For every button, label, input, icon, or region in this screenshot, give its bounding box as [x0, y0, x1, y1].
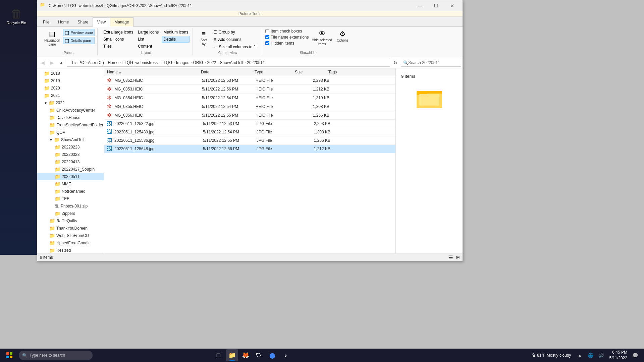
col-header-size[interactable]: Size [295, 70, 328, 74]
forward-button[interactable]: ▶ [48, 59, 56, 67]
network-icon[interactable]: 🌐 [586, 351, 595, 360]
preview-pane-button[interactable]: ◫ Preview pane [63, 29, 95, 36]
nav-item-mme[interactable]: 📁 MME [37, 180, 104, 188]
breadcrumb-llqg-webmistress[interactable]: LLQG_webmistress [122, 60, 158, 65]
nav-item-website-from-cd[interactable]: 📁 Web_SiteFromCD [37, 232, 104, 239]
nav-item-not-renamed[interactable]: 📁 NotRenamed [37, 188, 104, 195]
nav-item-davids-house[interactable]: 📁 DavidsHouse [37, 114, 104, 121]
file-row-img0353[interactable]: ✼ IMG_0353.HEIC 5/11/2022 12:56 PM HEIC … [104, 85, 395, 94]
tab-home[interactable]: Home [54, 17, 73, 26]
breadcrumb-llqg[interactable]: LLQG [161, 60, 173, 65]
file-explorer-taskbar-button[interactable]: 📁 [226, 349, 238, 361]
file-row-jpg125536[interactable]: 🖼 20220511_125536.jpg 5/11/2022 12:55 PM… [104, 136, 395, 145]
start-button[interactable] [1, 349, 17, 362]
tab-file[interactable]: File [39, 17, 54, 26]
nav-item-from-shelley[interactable]: 📁 FromShelleySharedFolder [37, 121, 104, 129]
medium-icons-button[interactable]: Medium icons [162, 29, 190, 36]
nav-item-20220413[interactable]: 📁 20220413 [37, 158, 104, 166]
nav-item-photos-zip[interactable]: 🗜 Photos-001.zip [37, 202, 104, 210]
search-input[interactable] [408, 60, 459, 65]
nav-item-20220427[interactable]: 📁 20220427_SoupIn [37, 166, 104, 173]
details-button[interactable]: Details [162, 36, 190, 43]
details-view-icon[interactable]: ☰ [449, 255, 453, 260]
col-header-date[interactable]: Date [201, 70, 255, 74]
volume-icon[interactable]: 🔊 [597, 351, 606, 360]
notification-center[interactable]: 💬 [631, 351, 640, 360]
search-box[interactable]: 🔍 [401, 59, 461, 67]
nav-item-2021[interactable]: 📁 2021 [37, 92, 104, 99]
size-all-columns-button[interactable]: ↔ Size all columns to fit [212, 44, 258, 50]
list-button[interactable]: List [136, 36, 160, 43]
tab-share[interactable]: Share [73, 17, 93, 26]
nav-item-tee[interactable]: 📁 TEE [37, 195, 104, 202]
nav-item-20220511[interactable]: 📁 20220511 [37, 173, 104, 180]
address-path[interactable]: This PC › Acer (C:) › Home › LLQG_webmis… [67, 59, 390, 67]
col-header-tags[interactable]: Tags [328, 70, 355, 74]
hidden-items-option[interactable]: Hidden items [265, 41, 309, 46]
bitwarden-taskbar-button[interactable]: 🛡 [253, 349, 265, 361]
large-icons-button[interactable]: Large icons [136, 29, 160, 36]
nav-item-raffle-quilts[interactable]: 📁 RaffleQuilts [37, 217, 104, 225]
nav-item-2020[interactable]: 📁 2020 [37, 84, 104, 92]
nav-item-resized[interactable]: 📁 Resized [37, 247, 104, 253]
add-columns-button[interactable]: ⊞ Add columns [212, 36, 258, 43]
breadcrumb-showandtell[interactable]: ShowAndTell [219, 60, 244, 65]
file-name-ext-option[interactable]: File name extensions [265, 35, 309, 40]
breadcrumb-orig[interactable]: ORIG [193, 60, 204, 65]
maximize-button[interactable]: ☐ [428, 0, 444, 11]
nav-item-qov[interactable]: 📁 QOV [37, 129, 104, 136]
details-pane-button[interactable]: ◫ Details pane [63, 37, 95, 44]
options-button[interactable]: ⚙ Options [335, 29, 350, 44]
hidden-items-checkbox[interactable] [265, 41, 269, 45]
nav-item-2022[interactable]: ▼ 📁 2022 [37, 99, 104, 107]
taskbar-clock[interactable]: 6:45 PM 5/11/2022 [607, 350, 629, 361]
close-button[interactable]: ✕ [444, 0, 460, 11]
nav-item-20220223[interactable]: 📁 20220223 [37, 143, 104, 151]
nav-item-child-advocacy[interactable]: 📁 ChildAdvocacyCenter [37, 107, 104, 114]
file-row-img0356[interactable]: ✼ IMG_0356.HEIC 5/11/2022 12:55 PM HEIC … [104, 111, 395, 120]
chrome-taskbar-button[interactable]: ⬤ [266, 349, 278, 361]
small-icons-button[interactable]: Small icons [102, 36, 135, 43]
up-button[interactable]: ▲ [57, 59, 65, 67]
itunes-taskbar-button[interactable]: ♪ [280, 349, 292, 361]
recycle-bin-icon[interactable]: 🗑 Recycle Bin [7, 7, 26, 25]
tiles-button[interactable]: Tiles [102, 43, 135, 50]
nav-item-thankyou-doreen[interactable]: 📁 ThankYouDoreen [37, 225, 104, 232]
breadcrumb-home[interactable]: Home [107, 60, 119, 65]
nav-pane-button[interactable]: ▤ Navigationpane [43, 29, 62, 48]
content-button[interactable]: Content [136, 43, 160, 50]
file-name-ext-checkbox[interactable] [265, 35, 269, 39]
nav-item-2019[interactable]: 📁 2019 [37, 77, 104, 84]
nav-item-20220323[interactable]: 📁 20220323 [37, 151, 104, 158]
tab-view[interactable]: View [93, 17, 110, 27]
file-row-jpg125648[interactable]: 🖼 20220511_125648.jpg 5/11/2022 12:56 PM… [104, 145, 395, 153]
tab-manage[interactable]: Manage [110, 17, 133, 27]
file-row-jpg125439[interactable]: 🖼 20220511_125439.jpg 5/11/2022 12:54 PM… [104, 128, 395, 136]
task-view-button[interactable]: ❑ [213, 349, 225, 361]
hide-selected-button[interactable]: 👁 Hide selecteditems [310, 29, 334, 47]
col-header-name[interactable]: Name ▲ [107, 70, 201, 74]
breadcrumb-this-pc[interactable]: This PC [69, 60, 85, 65]
breadcrumb-20220511[interactable]: 20220511 [246, 60, 265, 65]
firefox-taskbar-button[interactable]: 🦊 [239, 349, 252, 361]
minimize-button[interactable]: — [412, 0, 428, 11]
file-row-img0354[interactable]: ✼ IMG_0354.HEIC 5/11/2022 12:54 PM HEIC … [104, 94, 395, 102]
taskbar-weather[interactable]: 🌤 81°F Mostly cloudy [529, 353, 574, 358]
breadcrumb-acer[interactable]: Acer (C:) [87, 60, 105, 65]
breadcrumb-images[interactable]: Images [175, 60, 190, 65]
file-row-img0355[interactable]: ✼ IMG_0355.HEIC 5/11/2022 12:54 PM HEIC … [104, 102, 395, 111]
extra-large-icons-button[interactable]: Extra large icons [102, 29, 135, 36]
refresh-button[interactable]: ↻ [391, 59, 399, 67]
back-button[interactable]: ◀ [39, 59, 47, 67]
sort-by-button[interactable]: ≡ Sortby [197, 29, 210, 47]
item-checkboxes-checkbox[interactable] [265, 29, 269, 33]
taskbar-search-box[interactable]: 🔍 Type here to search [19, 351, 93, 360]
nav-item-zipped-from-google[interactable]: 📁 zippedFromGoogle [37, 239, 104, 247]
nav-item-zippers[interactable]: 📁 Zippers [37, 210, 104, 217]
large-icons-view-icon[interactable]: ⊞ [456, 255, 460, 260]
group-by-button[interactable]: ☰ Group by [212, 29, 258, 36]
nav-item-showandtell[interactable]: ▼ 📁 ShowAndTell [37, 136, 104, 143]
system-tray[interactable]: ▲ [575, 351, 585, 360]
file-row-img0352[interactable]: ✼ IMG_0352.HEIC 5/11/2022 12:53 PM HEIC … [104, 76, 395, 85]
breadcrumb-2022[interactable]: 2022 [207, 60, 217, 65]
